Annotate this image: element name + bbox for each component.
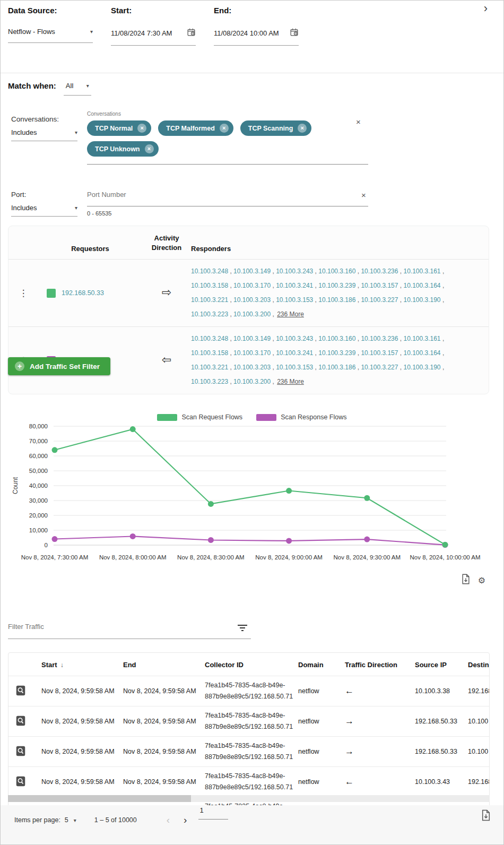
source-ip-column-header[interactable]: Source IP xyxy=(404,661,467,669)
responder-ip[interactable]: 10.100.3.170 xyxy=(233,349,271,357)
responder-ip[interactable]: 10.100.3.236 xyxy=(361,268,398,275)
conversations-operator-select[interactable]: Includes ▾ xyxy=(11,128,77,141)
responder-ip[interactable]: 10.100.3.227 xyxy=(361,364,398,371)
inspect-record-icon[interactable] xyxy=(15,691,27,698)
responder-ip[interactable]: 10.100.3.243 xyxy=(276,335,313,342)
responder-ip[interactable]: 10.100.3.164 xyxy=(403,282,440,289)
row-menu-icon[interactable]: ⋮ xyxy=(19,288,28,298)
responder-ip[interactable]: 10.100.3.221 xyxy=(191,296,228,304)
traffic-direction-column-header[interactable]: Traffic Direction xyxy=(335,661,404,669)
responder-ip[interactable]: 10.100.3.157 xyxy=(361,282,398,289)
collector-id-column-header[interactable]: Collector ID xyxy=(196,661,291,669)
previous-page-button[interactable]: ‹ xyxy=(167,814,170,826)
chart-export-icon[interactable] xyxy=(461,574,471,587)
responder-ip[interactable]: 10.100.3.149 xyxy=(233,335,271,342)
svg-text:50,000: 50,000 xyxy=(29,468,48,474)
responder-ip[interactable]: 10.100.3.161 xyxy=(403,335,440,342)
responder-ip[interactable]: 10.100.3.239 xyxy=(318,282,355,289)
start-column-header[interactable]: Start↓ xyxy=(33,661,115,669)
responder-ip[interactable]: 10.100.3.200 xyxy=(233,378,271,385)
end-date-input[interactable]: 11/08/2024 10:00 AM xyxy=(214,28,299,46)
domain-column-header[interactable]: Domain xyxy=(291,661,335,669)
chip-remove-icon[interactable]: × xyxy=(145,144,154,153)
legend-scan-response-flows[interactable]: Scan Response Flows xyxy=(256,413,346,421)
calendar-icon[interactable] xyxy=(187,28,196,38)
destination-ip-column-header[interactable]: Destination IP xyxy=(467,661,490,669)
filter-traffic-input[interactable]: Filter Traffic xyxy=(8,622,251,639)
responder-ip[interactable]: 10.100.3.203 xyxy=(233,364,271,371)
responder-ip[interactable]: 10.100.3.153 xyxy=(276,296,313,304)
inspect-record-icon[interactable] xyxy=(15,781,27,789)
series-color-swatch xyxy=(47,289,56,298)
port-operator-select[interactable]: Includes ▾ xyxy=(11,204,77,217)
page-number-input[interactable]: 1 xyxy=(198,806,228,845)
responder-ip[interactable]: 10.100.3.170 xyxy=(233,282,271,289)
responder-ip[interactable]: 10.100.3.186 xyxy=(318,296,355,304)
end-column-header[interactable]: End xyxy=(115,661,196,669)
panel-collapse-chevron-icon[interactable]: › xyxy=(484,2,488,15)
port-filter-row: Port: Includes ▾ Port Number 0 - 65535 × xyxy=(11,186,383,217)
port-clear-button[interactable]: × xyxy=(361,191,366,200)
conversation-chip[interactable]: TCP Normal × xyxy=(87,120,151,136)
conversation-chip[interactable]: TCP Malformed × xyxy=(158,120,233,136)
responder-ip[interactable]: 10.100.3.157 xyxy=(361,349,398,357)
inspect-record-icon[interactable] xyxy=(15,751,27,758)
responder-ip[interactable]: 10.100.3.190 xyxy=(403,296,440,304)
responder-ip[interactable]: 10.100.3.158 xyxy=(191,349,228,357)
responder-ip[interactable]: 10.100.3.227 xyxy=(361,296,398,304)
chip-remove-icon[interactable]: × xyxy=(137,124,146,133)
data-source-select[interactable]: Netflow - Flows ▾ xyxy=(8,28,93,43)
start-date-input[interactable]: 11/08/2024 7:30 AM xyxy=(111,28,196,46)
chip-remove-icon[interactable]: × xyxy=(220,124,229,133)
responder-ip[interactable]: 10.100.3.236 xyxy=(361,335,398,342)
add-traffic-set-filter-button[interactable]: + Add Traffic Set Filter xyxy=(8,357,110,375)
responder-ip[interactable]: 10.100.3.223 xyxy=(191,378,228,385)
responder-ip[interactable]: 10.100.3.239 xyxy=(318,349,355,357)
conversations-clear-button[interactable]: × xyxy=(356,117,361,126)
svg-text:20,000: 20,000 xyxy=(29,512,48,519)
chart-settings-gear-icon[interactable]: ⚙ xyxy=(478,575,485,585)
responder-ip[interactable]: 10.100.3.243 xyxy=(276,268,313,275)
conversations-field[interactable]: Conversations TCP Normal × TCP Malformed… xyxy=(87,111,368,165)
more-responders-link[interactable]: 236 More xyxy=(277,311,304,318)
requestor-ip[interactable]: 192.168.50.33 xyxy=(62,289,104,297)
ip-separator: , xyxy=(441,282,445,289)
page-number-value: 1 xyxy=(198,806,228,814)
responder-ip[interactable]: 10.100.3.221 xyxy=(191,364,228,371)
responder-ip[interactable]: 10.100.3.158 xyxy=(191,282,228,289)
items-per-page-select[interactable]: 5 ▾ xyxy=(65,816,76,824)
responder-ip[interactable]: 10.100.3.161 xyxy=(403,268,440,275)
responders-header: Responders xyxy=(191,245,489,253)
responder-ip[interactable]: 10.100.3.241 xyxy=(276,282,313,289)
match-when-select[interactable]: All ▾ xyxy=(64,81,91,96)
scrollbar-thumb[interactable] xyxy=(8,795,191,802)
responder-ip[interactable]: 10.100.3.153 xyxy=(276,364,313,371)
ip-separator: , xyxy=(271,349,276,357)
conversation-chip[interactable]: TCP Scanning × xyxy=(240,120,312,136)
table-export-icon[interactable] xyxy=(481,809,491,845)
responder-ip[interactable]: 10.100.3.164 xyxy=(403,349,440,357)
legend-label: Scan Response Flows xyxy=(281,413,346,421)
responder-ip[interactable]: 10.100.3.203 xyxy=(233,296,271,304)
filter-icon[interactable] xyxy=(237,625,248,633)
more-responders-link[interactable]: 236 More xyxy=(277,378,304,385)
port-number-input[interactable]: Port Number 0 - 65535 xyxy=(87,191,368,217)
calendar-icon[interactable] xyxy=(290,28,299,38)
responder-ip[interactable]: 10.100.3.186 xyxy=(318,364,355,371)
responder-ip[interactable]: 10.100.3.160 xyxy=(318,268,355,275)
responder-ip[interactable]: 10.100.3.160 xyxy=(318,335,355,342)
responder-ip[interactable]: 10.100.3.241 xyxy=(276,349,313,357)
responder-ip[interactable]: 10.100.3.149 xyxy=(233,268,271,275)
responder-ip[interactable]: 10.100.3.200 xyxy=(233,311,271,318)
conversation-chip[interactable]: TCP Unknown × xyxy=(87,141,159,157)
legend-scan-request-flows[interactable]: Scan Request Flows xyxy=(157,413,242,421)
horizontal-scrollbar[interactable] xyxy=(8,795,490,802)
next-page-button[interactable]: › xyxy=(184,814,187,826)
inspect-record-icon[interactable] xyxy=(15,721,27,728)
responder-ip[interactable]: 10.100.3.190 xyxy=(403,364,440,371)
responder-ip[interactable]: 10.100.3.223 xyxy=(191,311,228,318)
responder-ip[interactable]: 10.100.3.248 xyxy=(191,268,228,275)
chip-remove-icon[interactable]: × xyxy=(298,124,307,133)
port-placeholder: Port Number xyxy=(87,191,368,199)
responder-ip[interactable]: 10.100.3.248 xyxy=(191,335,228,342)
